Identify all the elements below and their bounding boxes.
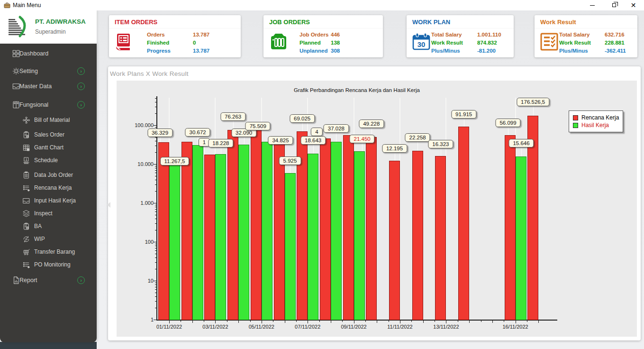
- sidebar-bottom-strip: [0, 342, 97, 349]
- sidebar-item-fungsional[interactable]: Fungsional›: [0, 99, 97, 111]
- sidebar-item-label: Transfer Barang: [34, 248, 75, 255]
- card-row: Job Orders446: [299, 32, 340, 37]
- sidebar-item-label: Bill of Material: [34, 117, 70, 123]
- hasil-kerja-bar[interactable]: [285, 173, 296, 320]
- card-body: Orders13.787Finished0Progress13.787: [109, 28, 241, 57]
- rencana-kerja-bar[interactable]: [389, 161, 400, 320]
- x-axis-tick: [538, 321, 539, 323]
- sidebar-item-po-monitoring[interactable]: PO Monitoring: [0, 258, 97, 271]
- y-axis-minor-tick: [155, 180, 156, 180]
- card-row-label: Job Orders: [299, 32, 331, 37]
- expand-chevron-icon[interactable]: ›: [77, 101, 85, 109]
- journal-red-icon: [114, 32, 133, 55]
- rencana-kerja-bar[interactable]: [458, 127, 469, 320]
- card-body: Job Orders446Planned138Unplanned308: [263, 28, 383, 57]
- y-axis-minor-tick: [155, 287, 156, 287]
- x-axis-tick: [250, 321, 251, 322]
- sidebar-item-rencana-kerja[interactable]: Rencana Kerja: [0, 182, 97, 194]
- hasil-kerja-bar[interactable]: [238, 145, 249, 321]
- card-row: Plus/Minus-362.411: [559, 48, 626, 54]
- chart-area: Grafik Perbandingan Rencana Kerja dan Ha…: [117, 81, 637, 337]
- card-body: 30Total Salary1.001.110Work Result874.83…: [407, 28, 514, 57]
- hasil-kerja-bar[interactable]: [169, 162, 180, 320]
- sidebar-item-schedule[interactable]: Schedule: [0, 154, 97, 166]
- hasil-kerja-bar[interactable]: [215, 154, 226, 320]
- rencana-kerja-bar[interactable]: [435, 156, 446, 320]
- sidebar-item-input-hasil-kerja[interactable]: Input Hasil Kerja: [0, 194, 97, 207]
- y-axis-tick: [154, 164, 156, 165]
- x-axis-label: 01/11/2022: [150, 324, 188, 330]
- panel-collapse-icon[interactable]: [107, 202, 110, 208]
- sidebar-item-transfer-barang[interactable]: Transfer Barang: [0, 246, 97, 258]
- rencana-kerja-bar[interactable]: [204, 155, 215, 320]
- label-stem: [336, 133, 336, 142]
- clipboard-calc-icon: [22, 222, 30, 230]
- label-stem: [362, 143, 363, 151]
- x-axis-tick: [504, 321, 504, 322]
- x-axis-tick: [331, 321, 331, 323]
- close-button[interactable]: ✕: [623, 0, 644, 10]
- restore-button[interactable]: [603, 0, 625, 10]
- sidebar-item-dashboard[interactable]: Dashboard: [0, 47, 97, 60]
- legend-label: Hasil Kerja: [581, 122, 609, 129]
- card-row-value: 138: [331, 40, 340, 46]
- bar-value-label: 56.099: [495, 119, 520, 127]
- sidebar-item-bill-of-material[interactable]: Bill of Material: [0, 114, 97, 126]
- sidebar-item-label: Fungsional: [19, 101, 48, 108]
- y-axis-minor-tick: [155, 254, 156, 254]
- x-axis-label: 03/11/2022: [196, 324, 234, 330]
- expand-chevron-icon[interactable]: ›: [77, 83, 85, 90]
- company-logo: [6, 14, 30, 42]
- rencana-kerja-bar[interactable]: [320, 138, 331, 320]
- x-axis-tick: [169, 321, 170, 323]
- legend-swatch-icon: [573, 123, 578, 128]
- rencana-kerja-bar[interactable]: [181, 142, 192, 321]
- sidebar-item-gantt-chart[interactable]: Gantt Chart: [0, 141, 97, 154]
- rencana-kerja-bar[interactable]: [227, 130, 238, 320]
- sidebar-item-sales-order[interactable]: Sales Order: [0, 129, 97, 141]
- label-stem: [464, 119, 464, 127]
- minimize-button[interactable]: [581, 0, 603, 10]
- expand-chevron-icon[interactable]: ›: [77, 276, 85, 284]
- rencana-kerja-bar[interactable]: [412, 151, 423, 321]
- hasil-kerja-bar[interactable]: [516, 156, 526, 320]
- hasil-kerja-bar[interactable]: [308, 154, 318, 320]
- y-axis-minor-tick: [155, 246, 156, 246]
- x-axis-label: 16/11/2022: [497, 324, 535, 330]
- y-axis-minor-tick: [155, 176, 156, 176]
- legend-label: Rencana Kerja: [581, 114, 619, 121]
- rencana-kerja-bar[interactable]: [158, 142, 169, 320]
- rencana-kerja-bar[interactable]: [366, 137, 377, 320]
- expand-chevron-icon[interactable]: ›: [77, 67, 85, 75]
- x-axis-tick: [296, 321, 297, 322]
- x-axis-label: 11/11/2022: [381, 324, 419, 330]
- hasil-kerja-bar[interactable]: [262, 142, 272, 321]
- x-axis-tick: [400, 321, 400, 323]
- sidebar-item-report[interactable]: Report›: [0, 274, 97, 286]
- card-row: Finished0: [147, 40, 196, 46]
- x-axis-tick: [319, 321, 320, 322]
- sidebar-item-ba[interactable]: BA: [0, 220, 97, 232]
- sidebar-item-setting[interactable]: Setting›: [0, 65, 97, 77]
- y-axis-minor-tick: [155, 207, 156, 207]
- sidebar-item-data-job-order[interactable]: Data Job Order: [0, 169, 97, 181]
- card-row-label: Progress: [147, 48, 193, 54]
- layers-icon: [22, 210, 30, 218]
- rencana-kerja-bar[interactable]: [343, 135, 354, 320]
- rencana-kerja-bar[interactable]: [505, 135, 516, 320]
- y-axis-minor-tick: [155, 308, 156, 308]
- rencana-kerja-bar[interactable]: [251, 130, 262, 320]
- legend-item-hasil-kerja[interactable]: Hasil Kerja: [573, 122, 619, 129]
- hasil-kerja-bar[interactable]: [354, 151, 365, 320]
- rencana-kerja-bar[interactable]: [274, 143, 285, 320]
- hasil-kerja-bar[interactable]: [331, 142, 342, 320]
- app-briefcase-icon: [4, 2, 10, 10]
- sidebar-item-wip[interactable]: WIP: [0, 233, 97, 245]
- legend-item-rencana-kerja[interactable]: Rencana Kerja: [573, 114, 619, 121]
- card-row-label: Total Salary: [559, 32, 605, 37]
- sidebar-item-inspect[interactable]: Inspect: [0, 207, 97, 220]
- hasil-kerja-bar[interactable]: [192, 145, 203, 320]
- label-stem: [521, 147, 522, 156]
- sidebar-item-master-data[interactable]: Master Data›: [0, 80, 97, 92]
- x-axis-label: 05/11/2022: [243, 324, 281, 330]
